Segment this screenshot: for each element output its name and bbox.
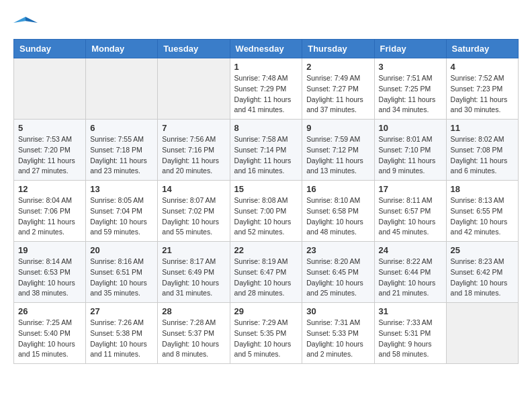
day-number: 25 [451,245,514,255]
day-number: 31 [379,306,442,316]
day-number: 14 [162,184,225,194]
calendar-day-empty [158,58,230,120]
calendar-day-3: 3Sunrise: 7:51 AM Sunset: 7:25 PM Daylig… [374,58,446,120]
calendar-day-12: 12Sunrise: 8:04 AM Sunset: 7:06 PM Dayli… [14,181,86,242]
column-header-tuesday: Tuesday [158,40,230,58]
calendar-day-23: 23Sunrise: 8:20 AM Sunset: 6:45 PM Dayli… [302,242,374,303]
day-number: 8 [234,123,298,133]
calendar-header-row: SundayMondayTuesdayWednesdayThursdayFrid… [14,40,519,58]
calendar-day-24: 24Sunrise: 8:22 AM Sunset: 6:44 PM Dayli… [374,242,446,303]
calendar-day-13: 13Sunrise: 8:05 AM Sunset: 7:04 PM Dayli… [86,181,158,242]
day-number: 2 [306,62,369,72]
day-info: Sunrise: 8:04 AM Sunset: 7:06 PM Dayligh… [18,195,81,238]
day-info: Sunrise: 7:55 AM Sunset: 7:18 PM Dayligh… [90,134,153,177]
day-info: Sunrise: 7:28 AM Sunset: 5:37 PM Dayligh… [162,318,225,360]
day-number: 19 [18,245,81,255]
calendar-day-27: 27Sunrise: 7:26 AM Sunset: 5:38 PM Dayli… [86,303,158,364]
calendar-week-row: 26Sunrise: 7:25 AM Sunset: 5:40 PM Dayli… [14,303,519,364]
calendar-day-empty [14,58,86,120]
calendar-day-empty [86,58,158,120]
day-info: Sunrise: 7:25 AM Sunset: 5:40 PM Dayligh… [18,318,81,360]
day-info: Sunrise: 8:13 AM Sunset: 6:55 PM Dayligh… [451,195,514,238]
day-info: Sunrise: 8:20 AM Sunset: 6:45 PM Dayligh… [306,257,369,299]
calendar-day-14: 14Sunrise: 8:07 AM Sunset: 7:02 PM Dayli… [158,181,230,242]
column-header-monday: Monday [86,40,158,58]
day-number: 6 [90,123,153,133]
day-info: Sunrise: 7:59 AM Sunset: 7:12 PM Dayligh… [306,134,369,177]
calendar-day-26: 26Sunrise: 7:25 AM Sunset: 5:40 PM Dayli… [14,303,86,364]
calendar-day-28: 28Sunrise: 7:28 AM Sunset: 5:37 PM Dayli… [158,303,230,364]
day-number: 3 [379,62,442,72]
calendar-week-row: 12Sunrise: 8:04 AM Sunset: 7:06 PM Dayli… [14,181,519,242]
day-info: Sunrise: 7:53 AM Sunset: 7:20 PM Dayligh… [18,134,81,177]
day-number: 21 [162,245,225,255]
day-number: 23 [306,245,369,255]
calendar-day-1: 1Sunrise: 7:48 AM Sunset: 7:29 PM Daylig… [230,58,302,120]
day-number: 11 [451,123,514,133]
day-info: Sunrise: 8:11 AM Sunset: 6:57 PM Dayligh… [379,195,442,238]
day-number: 12 [18,184,81,194]
calendar-day-17: 17Sunrise: 8:11 AM Sunset: 6:57 PM Dayli… [374,181,446,242]
calendar-day-6: 6Sunrise: 7:55 AM Sunset: 7:18 PM Daylig… [86,120,158,181]
day-number: 18 [451,184,514,194]
calendar-day-11: 11Sunrise: 8:02 AM Sunset: 7:08 PM Dayli… [446,120,518,181]
day-info: Sunrise: 7:26 AM Sunset: 5:38 PM Dayligh… [90,318,153,360]
day-info: Sunrise: 8:14 AM Sunset: 6:53 PM Dayligh… [18,257,81,299]
calendar-day-15: 15Sunrise: 8:08 AM Sunset: 7:00 PM Dayli… [230,181,302,242]
svg-marker-0 [26,17,38,23]
day-info: Sunrise: 8:16 AM Sunset: 6:51 PM Dayligh… [90,257,153,299]
day-number: 24 [379,245,442,255]
day-number: 7 [162,123,225,133]
calendar-day-31: 31Sunrise: 7:33 AM Sunset: 5:31 PM Dayli… [374,303,446,364]
calendar-day-5: 5Sunrise: 7:53 AM Sunset: 7:20 PM Daylig… [14,120,86,181]
day-number: 10 [379,123,442,133]
calendar-day-25: 25Sunrise: 8:23 AM Sunset: 6:42 PM Dayli… [446,242,518,303]
calendar-day-18: 18Sunrise: 8:13 AM Sunset: 6:55 PM Dayli… [446,181,518,242]
day-info: Sunrise: 8:05 AM Sunset: 7:04 PM Dayligh… [90,195,153,238]
day-info: Sunrise: 7:49 AM Sunset: 7:27 PM Dayligh… [306,73,369,116]
day-number: 27 [90,306,153,316]
day-info: Sunrise: 7:51 AM Sunset: 7:25 PM Dayligh… [379,73,442,116]
calendar-day-2: 2Sunrise: 7:49 AM Sunset: 7:27 PM Daylig… [302,58,374,120]
day-number: 4 [451,62,514,72]
day-info: Sunrise: 7:52 AM Sunset: 7:23 PM Dayligh… [451,73,514,116]
day-info: Sunrise: 7:56 AM Sunset: 7:16 PM Dayligh… [162,134,225,177]
day-number: 29 [234,306,298,316]
day-info: Sunrise: 7:29 AM Sunset: 5:35 PM Dayligh… [234,318,298,360]
day-info: Sunrise: 8:02 AM Sunset: 7:08 PM Dayligh… [451,134,514,177]
day-info: Sunrise: 8:23 AM Sunset: 6:42 PM Dayligh… [451,257,514,299]
calendar-day-22: 22Sunrise: 8:19 AM Sunset: 6:47 PM Dayli… [230,242,302,303]
calendar-day-19: 19Sunrise: 8:14 AM Sunset: 6:53 PM Dayli… [14,242,86,303]
day-number: 15 [234,184,298,194]
day-number: 26 [18,306,81,316]
calendar-day-9: 9Sunrise: 7:59 AM Sunset: 7:12 PM Daylig… [302,120,374,181]
day-info: Sunrise: 8:07 AM Sunset: 7:02 PM Dayligh… [162,195,225,238]
day-info: Sunrise: 7:33 AM Sunset: 5:31 PM Dayligh… [379,318,442,360]
column-header-sunday: Sunday [14,40,86,58]
day-info: Sunrise: 8:08 AM Sunset: 7:00 PM Dayligh… [234,195,298,238]
column-header-friday: Friday [374,40,446,58]
logo [13,13,40,32]
day-number: 13 [90,184,153,194]
calendar-day-7: 7Sunrise: 7:56 AM Sunset: 7:16 PM Daylig… [158,120,230,181]
day-info: Sunrise: 8:17 AM Sunset: 6:49 PM Dayligh… [162,257,225,299]
day-number: 20 [90,245,153,255]
day-info: Sunrise: 8:22 AM Sunset: 6:44 PM Dayligh… [379,257,442,299]
calendar-day-21: 21Sunrise: 8:17 AM Sunset: 6:49 PM Dayli… [158,242,230,303]
calendar-day-empty [446,303,518,364]
day-info: Sunrise: 7:48 AM Sunset: 7:29 PM Dayligh… [234,73,298,116]
day-number: 9 [306,123,369,133]
day-number: 5 [18,123,81,133]
day-number: 16 [306,184,369,194]
calendar-day-4: 4Sunrise: 7:52 AM Sunset: 7:23 PM Daylig… [446,58,518,120]
calendar-day-16: 16Sunrise: 8:10 AM Sunset: 6:58 PM Dayli… [302,181,374,242]
logo-icon [13,13,38,32]
day-info: Sunrise: 8:10 AM Sunset: 6:58 PM Dayligh… [306,195,369,238]
calendar-day-8: 8Sunrise: 7:58 AM Sunset: 7:14 PM Daylig… [230,120,302,181]
calendar-day-30: 30Sunrise: 7:31 AM Sunset: 5:33 PM Dayli… [302,303,374,364]
column-header-thursday: Thursday [302,40,374,58]
day-number: 1 [234,62,298,72]
day-info: Sunrise: 8:19 AM Sunset: 6:47 PM Dayligh… [234,257,298,299]
calendar-day-29: 29Sunrise: 7:29 AM Sunset: 5:35 PM Dayli… [230,303,302,364]
column-header-saturday: Saturday [446,40,518,58]
